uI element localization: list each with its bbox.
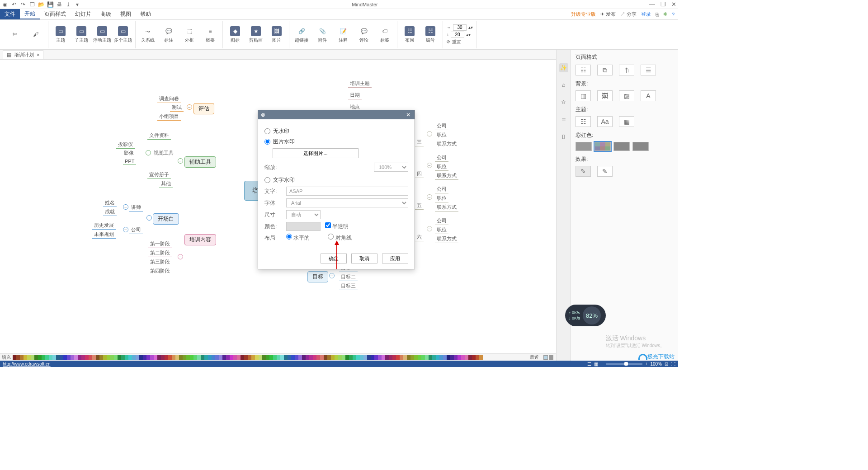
collapse-icon[interactable]: − xyxy=(123,227,128,232)
tab-start[interactable]: 开始 xyxy=(20,9,40,19)
leaf[interactable]: 公司 xyxy=(129,226,143,234)
leaf[interactable]: 联系方式 xyxy=(435,235,458,243)
leaf[interactable]: 小组项目 xyxy=(157,113,181,121)
collapse-icon[interactable]: − xyxy=(123,204,128,210)
semi-checkbox[interactable]: 半透明 xyxy=(325,222,349,230)
recent-color[interactable] xyxy=(549,355,553,360)
text-input[interactable] xyxy=(286,187,408,196)
zoom-in-icon[interactable]: + xyxy=(645,362,648,367)
layout-button[interactable]: ☷布局 xyxy=(401,26,418,43)
open-icon[interactable]: 📂 xyxy=(38,1,44,8)
height-input[interactable] xyxy=(451,32,464,38)
bg-thumb[interactable]: ▥ xyxy=(576,90,591,101)
node-goal[interactable]: 目标 xyxy=(307,271,328,282)
radio-image-watermark[interactable]: 图片水印 xyxy=(264,138,408,146)
rainbow-swatch[interactable] xyxy=(576,142,592,151)
theme-font[interactable]: Aa xyxy=(597,116,613,127)
leaf[interactable]: 三 xyxy=(415,138,424,146)
layout-thumb[interactable]: ☷ xyxy=(576,65,591,75)
leaf[interactable]: 联系方式 xyxy=(435,172,458,180)
callout-button[interactable]: 💬标注 xyxy=(160,26,177,43)
tab-file[interactable]: 文件 xyxy=(0,9,20,19)
leaf[interactable]: 公司 xyxy=(435,185,448,193)
size-select[interactable]: 自动 xyxy=(286,210,321,219)
tab-help[interactable]: 帮助 xyxy=(136,9,156,19)
wand-icon[interactable]: ✨ xyxy=(559,63,568,72)
share-link[interactable]: ↗ 分享 xyxy=(620,11,637,18)
leaf[interactable]: 历史发展 xyxy=(92,221,116,230)
leaf[interactable]: 姓名 xyxy=(103,199,117,207)
clipart-button[interactable]: ★剪贴画 xyxy=(247,26,264,43)
zoom-control[interactable]: ☰ ▦ − + 100% ⊡ ⛶ xyxy=(587,362,675,367)
leaf[interactable]: 视觉工具 xyxy=(152,149,175,157)
collapse-icon[interactable]: − xyxy=(146,150,151,155)
ok-button[interactable]: 确定 xyxy=(321,254,347,263)
choose-image-button[interactable]: 选择图片... xyxy=(273,148,359,158)
layers-icon[interactable]: ≣ xyxy=(559,115,568,124)
effect-thumb[interactable]: ✎ xyxy=(597,166,613,177)
leaf[interactable]: 职位 xyxy=(435,226,448,234)
fit-icon[interactable]: ⊡ xyxy=(665,362,668,367)
tab-page-style[interactable]: 页面样式 xyxy=(40,9,71,19)
rainbow-swatch[interactable] xyxy=(632,142,649,151)
boundary-button[interactable]: ⬚外框 xyxy=(181,26,198,43)
hyperlink-button[interactable]: 🔗超链接 xyxy=(293,26,310,43)
reset-button[interactable]: ⟳重置 xyxy=(447,39,473,45)
leaf[interactable]: 第二阶段 xyxy=(148,249,172,257)
dialog-titlebar[interactable]: ⊗ ✕ xyxy=(258,110,415,119)
leaf[interactable]: PPT xyxy=(123,158,136,165)
format-painter-button[interactable]: 🖌 xyxy=(27,29,44,40)
subtopic-button[interactable]: ▭子主题 xyxy=(73,26,90,43)
comment-button[interactable]: 💬评论 xyxy=(355,26,373,43)
leaf[interactable]: 成就 xyxy=(103,208,117,216)
leaf[interactable]: 影像 xyxy=(122,149,136,157)
star-icon[interactable]: ☆ xyxy=(559,98,568,107)
layout-thumb[interactable]: ⫛ xyxy=(619,65,634,75)
leaf[interactable]: 文件资料 xyxy=(147,132,171,140)
collapse-icon[interactable]: − xyxy=(178,254,183,259)
radio-horizontal[interactable]: 水平的 xyxy=(286,234,310,242)
collapse-icon[interactable]: − xyxy=(146,215,152,221)
float-topic-button[interactable]: ▭浮动主题 xyxy=(94,26,111,43)
collapse-icon[interactable]: − xyxy=(427,226,432,231)
collapse-icon[interactable]: − xyxy=(178,158,183,164)
fullscreen-icon[interactable]: ⛶ xyxy=(671,362,675,367)
tag-button[interactable]: 🏷标签 xyxy=(376,26,393,43)
collapse-icon[interactable]: − xyxy=(187,104,192,110)
color-picker[interactable] xyxy=(286,222,321,231)
collapse-icon[interactable]: − xyxy=(427,194,432,200)
leaf[interactable]: 投影仪 xyxy=(116,141,135,149)
leaf[interactable]: 目标三 xyxy=(339,282,358,290)
undo-icon[interactable]: ↶ xyxy=(11,1,17,8)
layout-thumb[interactable]: ⧉ xyxy=(597,65,613,75)
leaf[interactable]: 联系方式 xyxy=(435,203,458,212)
network-widget[interactable]: ↑ 0K/s ↓ 0K/s 82% xyxy=(565,305,606,326)
leaf[interactable]: 测试 xyxy=(170,103,184,112)
width-input[interactable] xyxy=(453,24,467,31)
leaf[interactable]: 宣传册子 xyxy=(147,171,171,179)
leaf[interactable]: 公司 xyxy=(435,122,448,130)
new-icon[interactable]: ❐ xyxy=(29,1,35,8)
leaf[interactable]: 讲师 xyxy=(129,203,143,212)
tab-slideshow[interactable]: 幻灯片 xyxy=(71,9,96,19)
bg-thumb[interactable]: A xyxy=(641,90,656,101)
home-icon[interactable]: ⌂ xyxy=(559,80,568,89)
icon-button[interactable]: ◆图标 xyxy=(226,26,244,43)
tab-view[interactable]: 视图 xyxy=(116,9,136,19)
leaf[interactable]: 公司 xyxy=(435,154,448,162)
leaf[interactable]: 四 xyxy=(415,170,424,178)
view-icon[interactable]: ☰ xyxy=(587,362,591,367)
view-icon[interactable]: ▦ xyxy=(594,362,598,367)
leaf[interactable]: 职位 xyxy=(435,131,448,139)
phone-icon[interactable]: ▯ xyxy=(559,132,568,141)
collapse-icon[interactable]: − xyxy=(427,163,432,168)
collapse-icon[interactable]: − xyxy=(329,273,335,278)
topic-button[interactable]: ▭主题 xyxy=(52,26,69,43)
leaf[interactable]: 五 xyxy=(415,202,424,210)
leaf[interactable]: 公司 xyxy=(435,217,448,225)
collapse-icon[interactable]: − xyxy=(427,131,432,136)
leaf[interactable]: 职位 xyxy=(435,163,448,171)
multi-topic-button[interactable]: ▭多个主题 xyxy=(114,26,132,43)
help-icon[interactable]: ? xyxy=(672,12,675,17)
app-orb-icon[interactable]: ◉ xyxy=(2,1,8,8)
